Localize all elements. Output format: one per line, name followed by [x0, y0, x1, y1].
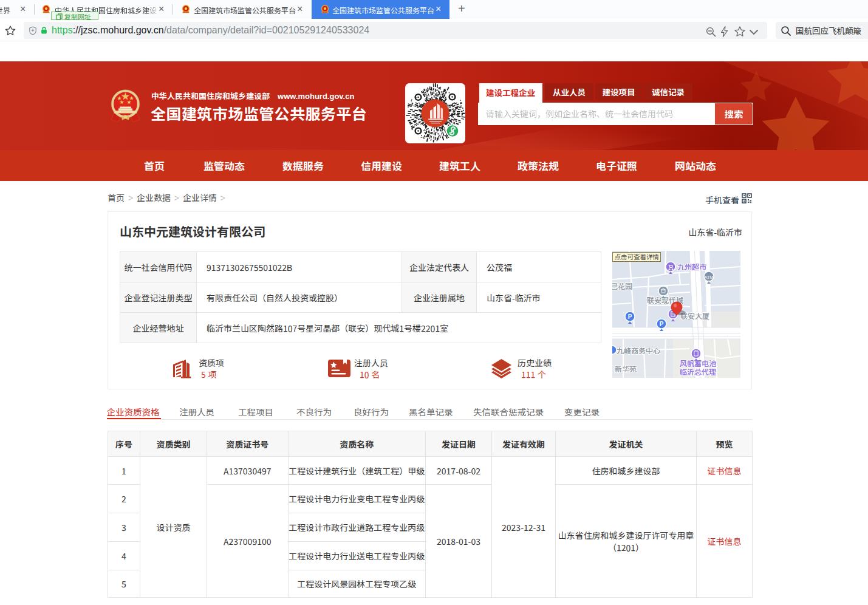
svg-text:点击可查看详情: 点击可查看详情	[615, 252, 660, 261]
svg-text:九峰商务中心: 九峰商务中心	[617, 345, 660, 355]
svg-text:九州超市: 九州超市	[677, 261, 706, 272]
svg-text:新华苑: 新华苑	[615, 363, 637, 374]
svg-text:ATM: ATM	[705, 275, 713, 279]
svg-text:P: P	[628, 313, 632, 320]
svg-text:P: P	[660, 321, 664, 327]
svg-text:临沂总代理: 临沂总代理	[680, 366, 716, 377]
svg-text:己花园: 己花园	[612, 281, 632, 291]
